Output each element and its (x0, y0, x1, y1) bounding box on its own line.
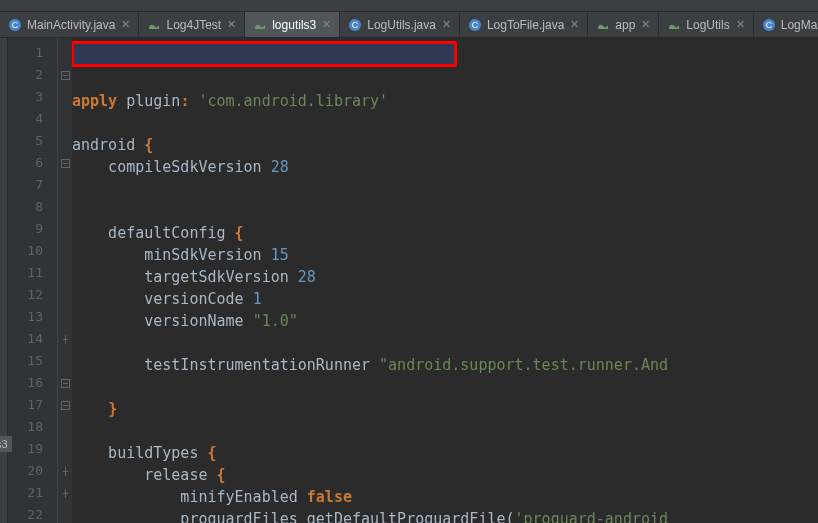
code-line[interactable]: targetSdkVersion 28 (72, 266, 818, 288)
line-number[interactable]: 6 (8, 152, 57, 174)
fold-marker (58, 174, 72, 196)
svg-text:C: C (765, 20, 772, 30)
code-line[interactable] (72, 200, 818, 222)
fold-marker (58, 504, 72, 523)
tab-label: app (615, 18, 635, 32)
line-number[interactable]: 12 (8, 284, 57, 306)
line-number[interactable]: 11 (8, 262, 57, 284)
svg-text:C: C (352, 20, 359, 30)
tab-mainactivity-java[interactable]: CMainActivity.java✕ (0, 12, 139, 37)
line-number[interactable]: 20 (8, 460, 57, 482)
fold-marker[interactable] (58, 394, 72, 416)
fold-marker[interactable] (58, 460, 72, 482)
fold-marker (58, 108, 72, 130)
fold-marker (58, 42, 72, 64)
fold-marker (58, 306, 72, 328)
tab-logutils-java[interactable]: CLogUtils.java✕ (340, 12, 460, 37)
fold-marker (58, 240, 72, 262)
code-line[interactable]: defaultConfig { (72, 222, 818, 244)
gradle-icon (147, 18, 161, 32)
fold-marker[interactable] (58, 328, 72, 350)
code-line[interactable]: versionCode 1 (72, 288, 818, 310)
java-class-icon: C (348, 18, 362, 32)
line-number[interactable]: 21 (8, 482, 57, 504)
line-number[interactable]: 9 (8, 218, 57, 240)
code-line[interactable]: } (72, 398, 818, 420)
code-line[interactable] (72, 112, 818, 134)
line-number[interactable]: 15 (8, 350, 57, 372)
line-number[interactable]: 18 (8, 416, 57, 438)
fold-marker (58, 262, 72, 284)
fold-marker[interactable] (58, 372, 72, 394)
code-line[interactable] (72, 376, 818, 398)
code-line[interactable]: apply plugin: 'com.android.library' (72, 90, 818, 112)
editor-area: s3 12345678910111213141516171819202122 a… (0, 38, 818, 523)
line-number[interactable]: 22 (8, 504, 57, 523)
line-number[interactable]: 17 (8, 394, 57, 416)
line-number[interactable]: 3 (8, 86, 57, 108)
java-class-icon: C (8, 18, 22, 32)
java-class-icon: C (762, 18, 776, 32)
tab-label: LogToFile.java (487, 18, 564, 32)
fold-marker (58, 218, 72, 240)
close-icon[interactable]: ✕ (121, 18, 130, 31)
breadcrumb-stub[interactable]: s3 (0, 436, 12, 452)
line-number[interactable]: 14 (8, 328, 57, 350)
code-line[interactable]: buildTypes { (72, 442, 818, 464)
line-number[interactable]: 4 (8, 108, 57, 130)
fold-marker (58, 416, 72, 438)
svg-text:C: C (472, 20, 479, 30)
code-line[interactable]: versionName "1.0" (72, 310, 818, 332)
code-line[interactable]: minSdkVersion 15 (72, 244, 818, 266)
code-line[interactable]: minifyEnabled false (72, 486, 818, 508)
code-line[interactable] (72, 332, 818, 354)
tab-logutils3[interactable]: logutils3✕ (245, 12, 340, 37)
close-icon[interactable]: ✕ (736, 18, 745, 31)
tab-label: logutils3 (272, 18, 316, 32)
code-line[interactable]: testInstrumentationRunner "android.suppo… (72, 354, 818, 376)
tab-app[interactable]: app✕ (588, 12, 659, 37)
tab-label: Log4JTest (166, 18, 221, 32)
line-number-gutter[interactable]: 12345678910111213141516171819202122 (8, 38, 58, 523)
fold-marker (58, 284, 72, 306)
fold-marker[interactable] (58, 152, 72, 174)
code-line[interactable]: android { (72, 134, 818, 156)
line-number[interactable]: 5 (8, 130, 57, 152)
line-number[interactable]: 2 (8, 64, 57, 86)
line-number[interactable]: 16 (8, 372, 57, 394)
tab-label: MainActivity.java (27, 18, 115, 32)
line-number[interactable]: 10 (8, 240, 57, 262)
code-line[interactable] (72, 178, 818, 200)
fold-marker (58, 130, 72, 152)
code-line[interactable]: proguardFiles getDefaultProguardFile('pr… (72, 508, 818, 523)
fold-marker[interactable] (58, 482, 72, 504)
tab-logma[interactable]: CLogMa✕ (754, 12, 818, 37)
tab-log4jtest[interactable]: Log4JTest✕ (139, 12, 245, 37)
tab-logtofile-java[interactable]: CLogToFile.java✕ (460, 12, 588, 37)
line-number[interactable]: 8 (8, 196, 57, 218)
close-icon[interactable]: ✕ (442, 18, 451, 31)
close-icon[interactable]: ✕ (570, 18, 579, 31)
svg-text:C: C (12, 20, 19, 30)
code-line[interactable]: compileSdkVersion 28 (72, 156, 818, 178)
fold-marker[interactable] (58, 64, 72, 86)
close-icon[interactable]: ✕ (227, 18, 236, 31)
line-number[interactable]: 7 (8, 174, 57, 196)
close-icon[interactable]: ✕ (641, 18, 650, 31)
tab-logutils[interactable]: LogUtils✕ (659, 12, 753, 37)
fold-marker (58, 196, 72, 218)
line-number[interactable]: 13 (8, 306, 57, 328)
gradle-icon (596, 18, 610, 32)
gradle-icon (667, 18, 681, 32)
highlight-annotation (72, 41, 457, 67)
tab-label: LogMa (781, 18, 818, 32)
code-line[interactable] (72, 420, 818, 442)
fold-gutter[interactable] (58, 38, 72, 523)
breadcrumb-sidebar: s3 (0, 38, 8, 523)
line-number[interactable]: 1 (8, 42, 57, 64)
code-editor[interactable]: apply plugin: 'com.android.library'andro… (72, 38, 818, 523)
code-line[interactable]: release { (72, 464, 818, 486)
line-number[interactable]: 19 (8, 438, 57, 460)
close-icon[interactable]: ✕ (322, 18, 331, 31)
window-top-strip (0, 0, 818, 12)
